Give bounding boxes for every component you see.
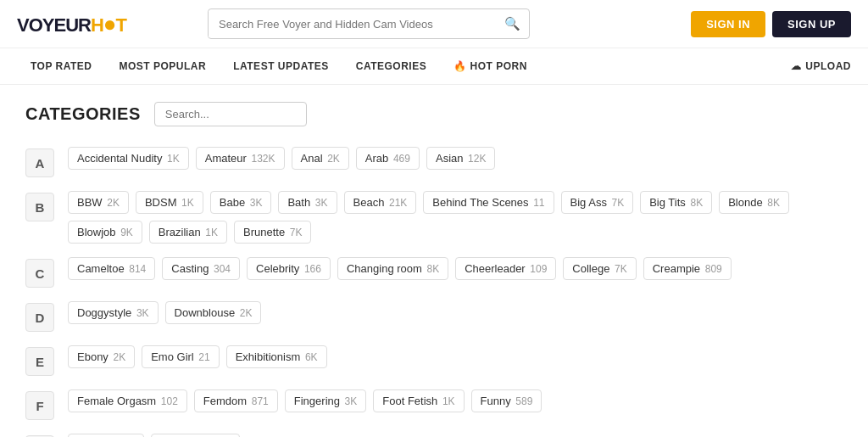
upload-icon: ☁ [791, 60, 802, 72]
header-actions: SIGN IN SIGN UP [691, 11, 851, 37]
main-nav: TOP RATED MOST POPULAR LATEST UPDATES CA… [0, 48, 868, 85]
categories-title: CATEGORIES [25, 104, 141, 124]
tag-bdsm[interactable]: BDSM 1K [136, 191, 203, 214]
nav-latest-updates[interactable]: LATEST UPDATES [220, 48, 342, 84]
tags-container: Female Orgasm 102Femdom 871Fingering 3KF… [68, 389, 542, 412]
upload-button[interactable]: ☁ UPLOAD [791, 60, 851, 72]
tag-blonde[interactable]: Blonde 8K [719, 191, 789, 214]
tag-doggystyle[interactable]: Doggystyle 3K [68, 301, 159, 324]
letters-container: AAccidental Nudity 1KAmateur 132KAnal 2K… [25, 147, 843, 437]
tag-exhibitionism[interactable]: Exhibitionism 6K [226, 345, 327, 368]
letter-section-g: GGranny 359Group Sex 1K [25, 434, 843, 437]
tags-container: Granny 359Group Sex 1K [68, 434, 240, 437]
search-button[interactable]: 🔍 [496, 9, 529, 38]
logo-hit: H●T [91, 14, 126, 36]
tag-downblouse[interactable]: Downblouse 2K [165, 301, 262, 324]
tag-celebrity[interactable]: Celebrity 166 [247, 257, 331, 280]
tag-asian[interactable]: Asian 12K [426, 147, 496, 170]
search-bar: 🔍 [208, 8, 530, 39]
tag-babe[interactable]: Babe 3K [210, 191, 272, 214]
letter-badge: B [25, 193, 54, 221]
letter-section-e: EEbony 2KEmo Girl 21Exhibitionism 6K [25, 345, 843, 376]
tag-bath[interactable]: Bath 3K [278, 191, 337, 214]
tag-behind-the-scenes[interactable]: Behind The Scenes 11 [423, 191, 554, 214]
letter-section-c: CCameltoe 814Casting 304Celebrity 166Cha… [25, 257, 843, 288]
tag-foot-fetish[interactable]: Foot Fetish 1K [373, 389, 464, 412]
letter-badge: E [25, 347, 54, 376]
nav-most-popular[interactable]: MOST POPULAR [106, 48, 220, 84]
upload-label: UPLOAD [805, 60, 851, 72]
tag-funny[interactable]: Funny 589 [471, 389, 542, 412]
main-content: CATEGORIES AAccidental Nudity 1KAmateur … [0, 85, 868, 437]
letter-badge: A [25, 148, 54, 177]
tag-amateur[interactable]: Amateur 132K [196, 147, 285, 170]
header: VOYEURH●T 🔍 SIGN IN SIGN UP [0, 0, 868, 48]
letter-section-b: BBBW 2KBDSM 1KBabe 3KBath 3KBeach 21KBeh… [25, 191, 843, 244]
letter-section-f: FFemale Orgasm 102Femdom 871Fingering 3K… [25, 389, 843, 420]
tag-brazilian[interactable]: Brazilian 1K [149, 221, 227, 244]
tag-female-orgasm[interactable]: Female Orgasm 102 [68, 389, 187, 412]
tag-ebony[interactable]: Ebony 2K [68, 345, 135, 368]
tag-cameltoe[interactable]: Cameltoe 814 [68, 257, 155, 280]
tag-big-tits[interactable]: Big Tits 8K [640, 191, 712, 214]
tag-changing-room[interactable]: Changing room 8K [337, 257, 448, 280]
letter-badge: D [25, 303, 54, 332]
tag-creampie[interactable]: Creampie 809 [643, 257, 732, 280]
letter-section-a: AAccidental Nudity 1KAmateur 132KAnal 2K… [25, 147, 843, 177]
tags-container: Ebony 2KEmo Girl 21Exhibitionism 6K [68, 345, 327, 368]
tags-container: Cameltoe 814Casting 304Celebrity 166Chan… [68, 257, 732, 280]
categories-search-input[interactable] [154, 102, 307, 126]
tag-arab[interactable]: Arab 469 [356, 147, 420, 170]
tag-cheerleader[interactable]: Cheerleader 109 [455, 257, 556, 280]
tags-container: BBW 2KBDSM 1KBabe 3KBath 3KBeach 21KBehi… [68, 191, 843, 244]
tag-fingering[interactable]: Fingering 3K [285, 389, 367, 412]
tag-accidental-nudity[interactable]: Accidental Nudity 1K [68, 147, 189, 170]
tag-beach[interactable]: Beach 21K [344, 191, 417, 214]
tag-casting[interactable]: Casting 304 [162, 257, 240, 280]
tag-college[interactable]: College 7K [563, 257, 636, 280]
tags-container: Doggystyle 3KDownblouse 2K [68, 301, 261, 324]
categories-header: CATEGORIES [25, 102, 843, 126]
nav-categories[interactable]: CATEGORIES [342, 48, 440, 84]
signup-button[interactable]: SIGN UP [772, 11, 851, 37]
tag-blowjob[interactable]: Blowjob 9K [68, 221, 142, 244]
nav-top-rated[interactable]: TOP RATED [17, 48, 106, 84]
tag-emo-girl[interactable]: Emo Girl 21 [142, 345, 220, 368]
tag-big-ass[interactable]: Big Ass 7K [561, 191, 634, 214]
tags-container: Accidental Nudity 1KAmateur 132KAnal 2KA… [68, 147, 495, 170]
nav-hot-porn[interactable]: 🔥 HOT PORN [440, 48, 541, 84]
tag-femdom[interactable]: Femdom 871 [194, 389, 278, 412]
logo[interactable]: VOYEURH●T [17, 11, 126, 37]
tag-bbw[interactable]: BBW 2K [68, 191, 129, 214]
tag-group-sex[interactable]: Group Sex 1K [151, 434, 239, 437]
search-input[interactable] [209, 11, 496, 37]
tag-anal[interactable]: Anal 2K [292, 147, 349, 170]
tag-brunette[interactable]: Brunette 7K [234, 221, 311, 244]
letter-section-d: DDoggystyle 3KDownblouse 2K [25, 301, 843, 332]
signin-button[interactable]: SIGN IN [691, 11, 765, 37]
tag-granny[interactable]: Granny 359 [68, 434, 144, 437]
letter-badge: C [25, 259, 54, 288]
letter-badge: F [25, 391, 54, 420]
